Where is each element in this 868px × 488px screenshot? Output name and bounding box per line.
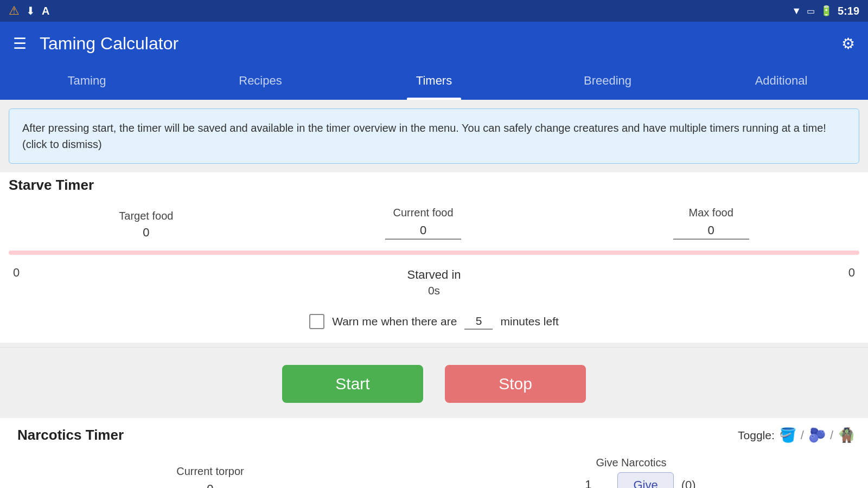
tab-recipes-label: Recipes [239, 74, 282, 88]
app-bar-left: ☰ Taming Calculator [13, 34, 178, 54]
narcotic-icon-1[interactable]: 🪣 [779, 427, 796, 444]
current-torpor-field: Current torpor [172, 465, 248, 488]
app-bar: ☰ Taming Calculator ⚙ [0, 22, 868, 65]
starved-in-label: Starved in [407, 268, 461, 282]
starved-center: Starved in 0s [407, 266, 461, 301]
toggle-label: Toggle: [738, 429, 775, 442]
tab-breeding[interactable]: Breeding [521, 65, 694, 98]
battery-icon: 🔋 [820, 5, 832, 17]
warn-checkbox[interactable] [309, 314, 324, 329]
narcotics-timer-title: Narcotics Timer [9, 422, 132, 448]
tab-recipes[interactable]: Recipes [174, 65, 347, 98]
current-food-input[interactable] [385, 222, 461, 240]
settings-icon[interactable]: ⚙ [841, 35, 855, 53]
stop-button[interactable]: Stop [445, 365, 586, 403]
tab-breeding-label: Breeding [584, 74, 631, 88]
target-food-field: Target food 0 [119, 210, 173, 240]
current-torpor-label: Current torpor [176, 465, 244, 478]
tab-additional-label: Additional [755, 74, 808, 88]
give-count: (0) [681, 478, 696, 488]
status-bar: ⚠ ⬇ A ▼ ▭ 🔋 5:19 [0, 0, 868, 22]
warn-text1: Warn me when there are [332, 315, 457, 328]
app-title: Taming Calculator [40, 34, 178, 54]
tab-timers[interactable]: Timers [347, 65, 521, 98]
max-food-label: Max food [689, 207, 733, 219]
tab-bar: Taming Recipes Timers Breeding Additiona… [0, 65, 868, 100]
warn-row: Warn me when there are minutes left [0, 308, 868, 334]
section-divider [0, 347, 868, 348]
tab-taming[interactable]: Taming [0, 65, 174, 98]
current-food-field: Current food [385, 207, 461, 240]
left-value: 0 [13, 266, 20, 301]
tab-taming-label: Taming [68, 74, 106, 88]
narcotics-header-row: Narcotics Timer Toggle: 🪣 / 🫐 / 🧌 [0, 418, 868, 448]
give-narcotics-field: Give Narcotics Give (0) [566, 457, 695, 488]
toggle-row: Toggle: 🪣 / 🫐 / 🧌 [738, 427, 855, 444]
warn-minutes-input[interactable] [464, 313, 493, 330]
status-icons-left: ⚠ ⬇ A [9, 4, 49, 18]
narcotic-icon-2[interactable]: 🫐 [808, 427, 826, 444]
info-banner[interactable]: After pressing start, the timer will be … [9, 108, 859, 164]
toggle-sep-2: / [830, 428, 833, 442]
right-value: 0 [848, 266, 855, 301]
info-banner-text: After pressing start, the timer will be … [22, 122, 826, 150]
current-food-label: Current food [393, 207, 453, 219]
button-row: Start Stop [0, 352, 868, 414]
narcotic-icon-3[interactable]: 🧌 [838, 427, 855, 444]
max-food-input[interactable] [673, 222, 749, 240]
starve-progress-bar [9, 251, 859, 255]
give-narcotics-input[interactable] [566, 477, 610, 488]
wifi-icon: ▼ [792, 5, 801, 17]
values-row: 0 Starved in 0s 0 [0, 259, 868, 308]
menu-icon[interactable]: ☰ [13, 35, 27, 53]
tab-timers-label: Timers [416, 74, 452, 88]
current-torpor-input[interactable] [172, 481, 248, 488]
starve-timer-title: Starve Timer [0, 172, 868, 198]
starved-in-value: 0s [407, 284, 461, 297]
signal-icon: ▭ [807, 6, 815, 16]
toggle-sep-1: / [801, 428, 804, 442]
narcotics-fields-row: Current torpor Give Narcotics Give (0) [0, 448, 868, 488]
give-narcotics-label: Give Narcotics [596, 457, 666, 469]
tab-additional[interactable]: Additional [694, 65, 868, 98]
give-button[interactable]: Give [617, 472, 673, 488]
food-fields-row: Target food 0 Current food Max food [0, 198, 868, 244]
start-button[interactable]: Start [282, 365, 423, 403]
give-group: Give (0) [566, 472, 695, 488]
starve-timer-section: Starve Timer Target food 0 Current food … [0, 172, 868, 343]
download-icon: ⬇ [26, 4, 35, 17]
content-area: After pressing start, the timer will be … [0, 100, 868, 488]
warn-text2: minutes left [500, 315, 558, 328]
a-icon: A [42, 5, 49, 17]
status-icons-right: ▼ ▭ 🔋 5:19 [792, 5, 859, 17]
status-time: 5:19 [838, 5, 859, 17]
target-food-label: Target food [119, 210, 173, 222]
target-food-value: 0 [143, 226, 149, 240]
max-food-field: Max food [673, 207, 749, 240]
narcotics-timer-section: Narcotics Timer Toggle: 🪣 / 🫐 / 🧌 Curren… [0, 418, 868, 488]
warning-icon: ⚠ [9, 4, 20, 18]
